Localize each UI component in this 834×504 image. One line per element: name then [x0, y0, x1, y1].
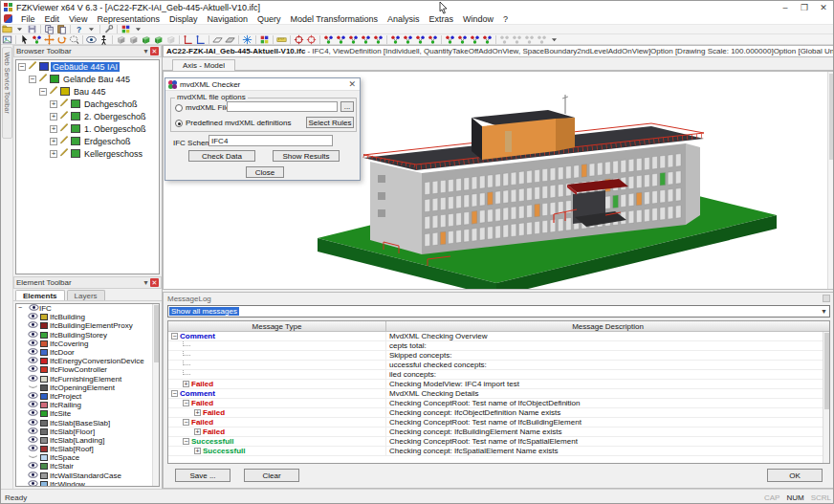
target-alt-icon[interactable] [305, 34, 318, 45]
radio-mvdxml-file[interactable] [175, 104, 183, 112]
maximize-button[interactable]: ❐ [795, 2, 814, 13]
graph-1-icon[interactable] [389, 34, 402, 45]
tree-item-erdgescho-[interactable]: +Erdgeschoß [16, 135, 159, 147]
expand-icon[interactable]: + [194, 448, 201, 454]
collapse-icon[interactable]: − [183, 438, 189, 445]
collapse-icon[interactable]: − [18, 63, 26, 71]
message-row[interactable]: cepts total: [168, 341, 829, 351]
graph-4-icon[interactable] [427, 34, 439, 45]
expand-icon[interactable]: + [183, 381, 189, 387]
graph-3-icon[interactable] [414, 34, 427, 45]
pin-icon[interactable]: ▾ [142, 47, 150, 55]
menu-model-transformations[interactable]: Model Transformations [286, 14, 384, 24]
panel-close-icon[interactable]: ✕ [150, 278, 159, 287]
column-message-type[interactable]: Message Type [168, 321, 386, 331]
dialog-title-bar[interactable]: mvdXML Checker ✕ [165, 78, 360, 91]
plane-filled-icon[interactable] [224, 34, 236, 45]
collapse-icon[interactable]: − [171, 390, 178, 397]
collapse-icon[interactable]: − [39, 88, 47, 96]
message-log-close-icon[interactable] [823, 295, 830, 302]
collapse-icon[interactable]: − [171, 333, 178, 340]
panel-close-icon[interactable]: ✕ [150, 47, 159, 55]
disabled-2-icon[interactable] [511, 34, 523, 45]
visibility-icon[interactable] [85, 34, 98, 45]
message-row[interactable]: −CommentMvdXML Checking Details [168, 389, 829, 399]
target-icon[interactable] [293, 34, 305, 45]
disabled-1-icon[interactable] [498, 34, 511, 45]
settings-wrench-icon[interactable] [102, 24, 115, 34]
pan-icon[interactable] [43, 34, 55, 45]
axes-blue-icon[interactable] [194, 34, 207, 45]
view-cube-green1-icon[interactable] [140, 34, 152, 45]
tab-elements[interactable]: Elements [15, 290, 65, 300]
message-row[interactable]: −FailedChecking ConceptRoot: Test name o… [168, 418, 829, 427]
save-icon[interactable] [26, 24, 38, 34]
message-row[interactable]: −CommentMvdXML Checking Overview [168, 332, 829, 341]
message-row[interactable]: Skipped concepts: [168, 351, 829, 361]
expand-icon[interactable]: + [50, 113, 57, 121]
message-filter-combo[interactable]: Show all messages ▼ [167, 305, 830, 318]
disabled-3-icon[interactable] [523, 34, 536, 45]
message-row[interactable]: uccessful checked concepts: [168, 361, 829, 370]
close-dialog-button[interactable]: Close [246, 166, 284, 178]
structure-5-icon[interactable] [372, 34, 384, 45]
check-1-icon[interactable] [444, 34, 456, 45]
expand-icon[interactable]: + [194, 428, 201, 435]
tree-item-gelände-bau-445[interactable]: −Gelände Bau 445 [16, 73, 159, 85]
disabled-4-icon[interactable] [536, 34, 548, 45]
menu-file[interactable]: File [16, 14, 40, 24]
mvdxml-file-input[interactable] [227, 101, 338, 112]
tab-axis-model[interactable]: Axis - Model [172, 59, 235, 71]
eye-open-icon[interactable] [28, 478, 38, 487]
expand-icon[interactable]: + [50, 138, 57, 145]
help-dropdown-icon[interactable] [85, 24, 98, 34]
expand-icon[interactable]: + [50, 150, 57, 158]
element-item-ifcwindow[interactable]: IfcWindow [16, 480, 159, 487]
menu-window[interactable]: Window [458, 14, 498, 24]
ok-button[interactable]: OK [767, 469, 823, 482]
view-cube-green2-icon[interactable] [152, 34, 165, 45]
menu-analysis[interactable]: Analysis [383, 14, 425, 24]
view-cube-gray2-icon[interactable] [127, 34, 140, 45]
open-file-icon[interactable] [1, 24, 13, 34]
multi-select-icon[interactable] [31, 34, 43, 45]
collapse-icon[interactable]: − [183, 400, 189, 406]
walkthrough-icon[interactable] [98, 34, 110, 45]
viewport-scrollbar[interactable] [827, 72, 834, 289]
menu-display[interactable]: Display [165, 14, 203, 24]
tree-item-gebäude-445-iai[interactable]: −Gebäude 445 IAI [16, 60, 159, 73]
axes-red-icon[interactable] [182, 34, 194, 45]
menu-edit[interactable]: Edit [40, 14, 65, 24]
message-row[interactable]: −SuccessfullChecking ConceptRoot: Test n… [168, 437, 829, 447]
check-3-icon[interactable] [469, 34, 481, 45]
expand-icon[interactable]: + [50, 125, 57, 133]
pin-icon[interactable]: ▾ [142, 278, 150, 287]
orbit-icon[interactable] [55, 34, 68, 45]
check-2-icon[interactable] [456, 34, 469, 45]
message-row[interactable]: −FailedChecking ConceptRoot: Test name o… [168, 399, 829, 408]
minimize-button[interactable]: – [776, 2, 795, 13]
view-cube-gray1-icon[interactable] [115, 34, 127, 45]
column-message-description[interactable]: Message Description [386, 321, 829, 331]
ifc-schema-input[interactable]: IFC4 [208, 135, 333, 146]
menu-query[interactable]: Query [252, 14, 286, 24]
message-row[interactable]: +SuccessfullChecking concept: IfcSpatial… [168, 447, 829, 456]
check-4-icon[interactable] [481, 34, 494, 45]
graph-2-icon[interactable] [402, 34, 414, 45]
message-table-scrollbar[interactable] [823, 332, 829, 463]
element-tree-scrollbar[interactable] [152, 304, 159, 486]
zoom-window-icon[interactable] [68, 34, 80, 45]
expand-icon[interactable]: + [50, 100, 57, 108]
close-button[interactable]: ✕ [814, 2, 833, 13]
expand-icon[interactable]: + [194, 409, 201, 416]
plane-outline-icon[interactable] [211, 34, 224, 45]
message-row[interactable]: +FailedChecking concept: IfcBuildingElem… [168, 427, 829, 437]
menu-navigation[interactable]: Navigation [202, 14, 252, 24]
help-icon[interactable]: ? [73, 24, 85, 34]
select-cursor-icon[interactable] [18, 34, 31, 45]
snowflake-icon[interactable] [241, 34, 253, 45]
radio-predefined[interactable] [175, 120, 183, 127]
collapse-icon[interactable]: − [29, 76, 36, 83]
display-dropdown-icon[interactable] [132, 24, 144, 34]
viewport-3d[interactable]: mvdXML Checker ✕ mvdXML file options mvd… [163, 71, 834, 290]
